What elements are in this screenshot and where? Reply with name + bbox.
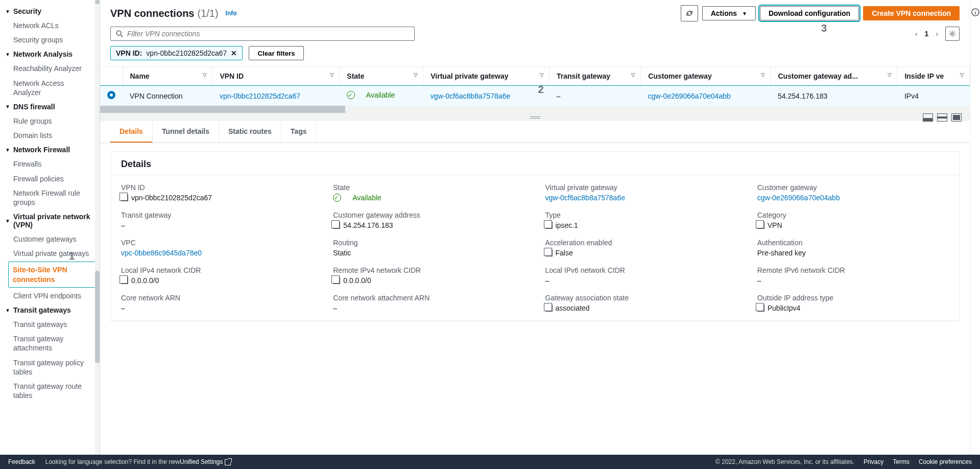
sidebar-item-transit-gateways[interactable]: Transit gateways [0,317,100,332]
sidebar-item-rule-groups[interactable]: Rule groups [0,114,100,128]
sidebar-group-security[interactable]: ▼Security [0,4,100,18]
sidebar-item-network-firewall-rule-groups[interactable]: Network Firewall rule groups [0,186,100,209]
detail-value: vpc-0bbe86c9645da78e0 [121,249,313,257]
cell-cgw-link[interactable]: cgw-0e269066a70e04abb [648,92,731,100]
table-h-scrollbar[interactable] [100,106,970,113]
col-transit-gateway[interactable]: Transit gateway▽ [549,67,641,86]
copy-icon[interactable] [545,222,553,229]
panel-bottom-icon[interactable] [923,113,933,122]
cell-vgw-link[interactable]: vgw-0cf6ac8b8a7578a6e [431,92,510,100]
cell-vpn-id-link[interactable]: vpn-0bbc2102825d2ca67 [220,92,300,100]
sidebar-item-security-groups[interactable]: Security groups [0,33,100,47]
detail-local-ipv6-network-cidr: Local IPv6 network CIDR– [545,266,737,285]
sidebar-item-domain-lists[interactable]: Domain lists [0,128,100,143]
sidebar-item-virtual-private-gateways[interactable]: Virtual private gateways [0,246,100,261]
sidebar-item-network-acls[interactable]: Network ACLs [0,18,100,33]
clear-filters-button[interactable]: Clear filters [249,46,303,60]
footer-terms-link[interactable]: Terms [893,458,910,465]
detail-value: vpn-0bbc2102825d2ca67 [121,194,313,202]
tab-tunnel-details[interactable]: Tunnel details [153,121,219,143]
detail-outside-ip-address-type: Outside IP address typePublicIpv4 [757,294,949,312]
search-box[interactable] [110,27,415,41]
sort-icon: ▽ [761,72,765,78]
detail-panel: DetailsTunnel detailsStatic routesTags D… [100,121,970,469]
chip-remove-icon[interactable]: ✕ [231,49,237,57]
refresh-button[interactable] [681,5,698,21]
detail-value: 0.0.0.0/0 [333,276,524,285]
detail-label: Virtual private gateway [545,183,737,192]
sidebar-group-virtual-private-network-vpn-[interactable]: ▼Virtual private network (VPN) [0,209,100,232]
caret-down-icon: ▼ [5,308,10,313]
sidebar-item-client-vpn-endpoints[interactable]: Client VPN endpoints [0,289,100,303]
search-input[interactable] [127,30,409,38]
tab-tags[interactable]: Tags [281,121,317,143]
sidebar-item-reachability-analyzer[interactable]: Reachability Analyzer [0,61,100,76]
caret-down-icon: ▼ [5,104,10,109]
sidebar-item-transit-gateway-route-tables[interactable]: Transit gateway route tables [0,379,100,403]
col-state[interactable]: State▽ [340,67,423,86]
actions-button[interactable]: Actions▼ [702,6,756,20]
sort-icon: ▽ [888,72,892,78]
row-radio[interactable] [107,91,115,99]
detail-link[interactable]: vgw-0cf6ac8b8a7578a6e [545,194,625,202]
copy-icon[interactable] [545,249,553,256]
sidebar-group-network-firewall[interactable]: ▼Network Firewall [0,143,100,157]
create-vpn-button[interactable]: Create VPN connection [863,6,960,20]
tab-details[interactable]: Details [110,121,153,143]
sort-icon: ▽ [631,72,635,78]
page-prev[interactable]: ‹ [915,30,918,38]
footer-cookie-link[interactable]: Cookie preferences [919,458,972,465]
copy-icon[interactable] [333,222,340,229]
panel-full-icon[interactable] [951,113,962,122]
col-name[interactable]: Name▽ [123,67,212,86]
sidebar-group-network-analysis[interactable]: ▼Network Analysis [0,47,100,61]
feedback-link[interactable]: Feedback [8,458,35,465]
detail-local-ipv4-network-cidr: Local IPv4 network CIDR0.0.0.0/0 [121,266,313,285]
sidebar-item-customer-gateways[interactable]: Customer gateways [0,232,100,246]
split-panel-handle[interactable] [100,113,970,121]
detail-state: StateAvailable [333,183,524,202]
download-config-button[interactable]: Download configuration [760,6,859,20]
copy-icon[interactable] [757,222,764,229]
panel-side-icon[interactable] [937,113,947,122]
col-inside-ip-ve[interactable]: Inside IP ve▽ [897,67,970,86]
svg-point-0 [116,31,121,35]
sidebar-group-dns-firewall[interactable]: ▼DNS firewall [0,100,100,114]
sidebar-item-transit-gateway-policy-tables[interactable]: Transit gateway policy tables [0,356,100,379]
footer-privacy-link[interactable]: Privacy [864,458,883,465]
unified-settings-link[interactable]: Unified Settings [180,458,231,465]
detail-link[interactable]: cgw-0e269066a70e04abb [757,194,840,202]
info-link[interactable]: Info [226,10,237,17]
detail-label: Category [757,211,949,219]
detail-label: VPN ID [121,183,313,192]
cell-inside: IPv4 [897,86,970,106]
col-vpn-id[interactable]: VPN ID▽ [212,67,340,86]
copy-icon[interactable] [333,277,340,284]
sidebar-item-transit-gateway-attachments[interactable]: Transit gateway attachments [0,332,100,355]
sidebar-item-network-access-analyzer[interactable]: Network Access Analyzer [0,76,100,100]
sidebar-item-site-to-site-vpn-connections[interactable]: Site-to-Site VPN connections [8,262,98,287]
settings-button[interactable] [945,27,960,41]
detail-routing: RoutingStatic [333,239,524,257]
page-next[interactable]: › [936,30,938,38]
detail-tabs: DetailsTunnel detailsStatic routesTags [100,121,970,143]
tab-static-routes[interactable]: Static routes [219,121,281,143]
copy-icon[interactable] [545,304,553,312]
info-panel-toggle[interactable] [970,0,980,469]
detail-value: 0.0.0.0/0 [121,276,313,285]
copy-icon[interactable] [121,277,128,284]
copy-icon[interactable] [757,304,764,312]
col-customer-gateway-ad-[interactable]: Customer gateway ad...▽ [771,67,897,86]
col-virtual-private-gateway[interactable]: Virtual private gateway▽ [423,67,549,86]
sidebar-item-firewall-policies[interactable]: Firewall policies [0,172,100,186]
detail-core-network-attachment-arn: Core network attachment ARN– [333,294,524,312]
sidebar-item-firewalls[interactable]: Firewalls [0,157,100,171]
detail-value: – [757,276,949,285]
col-customer-gateway[interactable]: Customer gateway▽ [641,67,771,86]
sidebar-group-transit-gateways[interactable]: ▼Transit gateways [0,303,100,317]
copy-icon[interactable] [121,194,128,201]
detail-link[interactable]: vpc-0bbe86c9645da78e0 [121,249,202,257]
table-row[interactable]: VPN Connection vpn-0bbc2102825d2ca67 Ava… [100,86,970,106]
filter-chip-vpnid[interactable]: VPN ID:vpn-0bbc2102825d2ca67 ✕ [110,46,243,60]
page-title: VPN connections [110,8,194,19]
